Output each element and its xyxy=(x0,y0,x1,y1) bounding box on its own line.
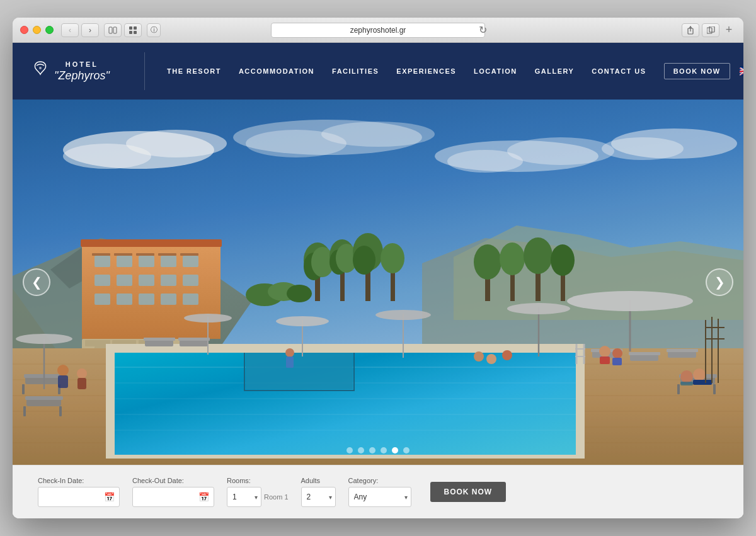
category-field: Category: Any Standard Superior Suite xyxy=(348,477,411,507)
slider-dot-1[interactable] xyxy=(358,447,364,453)
adults-select-wrap: 1 2 3 4 xyxy=(301,487,336,507)
logo-name: "Zephyros" xyxy=(54,69,110,83)
reading-view-button[interactable] xyxy=(104,23,122,37)
website-content: HOTEL "Zephyros" THE RESORT ACCOMMODATIO… xyxy=(13,43,743,518)
adults-field: Adults 1 2 3 4 xyxy=(301,477,336,507)
language-selector[interactable]: EN ▾ xyxy=(740,66,743,76)
logo-area[interactable]: HOTEL "Zephyros" xyxy=(32,52,145,90)
rooms-select-wrap-inner: 1 2 3 4 xyxy=(227,487,261,507)
svg-rect-4 xyxy=(129,31,132,34)
slider-dot-0[interactable] xyxy=(346,447,353,453)
site-header: HOTEL "Zephyros" THE RESORT ACCOMMODATIO… xyxy=(13,43,743,100)
svg-rect-2 xyxy=(129,26,132,30)
slider-next-button[interactable]: ❯ xyxy=(706,268,733,296)
nav-location[interactable]: LOCATION xyxy=(474,67,517,75)
browser-view-controls xyxy=(104,23,142,37)
checkin-field: Check-In Date: 📅 xyxy=(38,477,120,507)
share-button[interactable] xyxy=(682,23,699,37)
logo-hotel: HOTEL xyxy=(54,60,110,68)
hero-slider: ❮ ❯ xyxy=(13,100,743,465)
slider-dot-2[interactable] xyxy=(369,447,375,453)
browser-window: ‹ › ⓘ zephyroshotel.gr ↻ xyxy=(13,18,743,518)
checkin-input-wrap: 📅 xyxy=(38,487,120,507)
forward-button[interactable]: › xyxy=(81,23,99,37)
book-now-button[interactable]: BOOK NOW xyxy=(430,482,507,502)
url-bar[interactable]: zephyroshotel.gr xyxy=(271,23,485,38)
rooms-select-wrap: 1 2 3 4 Room 1 xyxy=(227,487,289,507)
slider-dot-4[interactable] xyxy=(392,447,398,453)
svg-rect-0 xyxy=(109,27,112,33)
svg-rect-3 xyxy=(134,26,137,30)
rooms-select[interactable]: 1 2 3 4 xyxy=(227,487,261,507)
main-navigation: THE RESORT ACCOMMODATION FACILITIES EXPE… xyxy=(167,63,730,79)
checkout-input-wrap: 📅 xyxy=(132,487,214,507)
hero-image xyxy=(13,100,743,465)
rooms-field: Rooms: 1 2 3 4 Room 1 xyxy=(227,477,289,507)
adults-select[interactable]: 1 2 3 4 xyxy=(301,487,336,507)
nav-experiences[interactable]: EXPERIENCES xyxy=(396,67,456,75)
url-text: zephyroshotel.gr xyxy=(350,26,406,35)
slider-prev-button[interactable]: ❮ xyxy=(23,268,50,296)
checkout-label: Check-Out Date: xyxy=(132,477,214,484)
booking-bar: Check-In Date: 📅 Check-Out Date: 📅 Rooms… xyxy=(13,465,743,518)
svg-point-10 xyxy=(39,67,42,69)
slider-dot-5[interactable] xyxy=(403,447,410,453)
browser-traffic-lights xyxy=(20,26,54,34)
slider-indicators xyxy=(346,447,410,453)
checkout-input[interactable] xyxy=(132,487,214,507)
svg-rect-1 xyxy=(113,27,117,33)
nav-accommodation[interactable]: ACCOMMODATION xyxy=(239,67,314,75)
chevron-right-icon: ❯ xyxy=(714,275,725,290)
checkout-field: Check-Out Date: 📅 xyxy=(132,477,214,507)
adults-label: Adults xyxy=(301,477,336,484)
maximize-button[interactable] xyxy=(45,26,54,34)
nav-contact-us[interactable]: CONTACT US xyxy=(592,67,646,75)
close-button[interactable] xyxy=(20,26,28,34)
svg-rect-162 xyxy=(13,100,743,465)
nav-gallery[interactable]: GALLERY xyxy=(535,67,575,75)
chevron-left-icon: ❮ xyxy=(32,275,42,290)
category-label: Category: xyxy=(348,477,411,484)
checkin-label: Check-In Date: xyxy=(38,477,120,484)
info-button[interactable]: ⓘ xyxy=(147,23,161,37)
browser-navigation: ‹ › xyxy=(61,23,99,37)
refresh-button[interactable]: ↻ xyxy=(479,24,487,36)
minimize-button[interactable] xyxy=(33,26,41,34)
rooms-label: Rooms: xyxy=(227,477,289,484)
nav-the-resort[interactable]: THE RESORT xyxy=(167,67,221,75)
category-select-wrap: Any Standard Superior Suite xyxy=(348,487,411,507)
add-tab-button[interactable]: + xyxy=(722,23,736,37)
room-sub-label: Room 1 xyxy=(264,493,289,501)
back-button[interactable]: ‹ xyxy=(61,23,79,37)
nav-facilities[interactable]: FACILITIES xyxy=(332,67,379,75)
browser-titlebar: ‹ › ⓘ zephyroshotel.gr ↻ xyxy=(13,18,743,43)
nav-book-now[interactable]: BOOK NOW xyxy=(664,63,730,79)
logo-text: HOTEL "Zephyros" xyxy=(54,60,110,83)
checkin-input[interactable] xyxy=(38,487,120,507)
new-tab-button[interactable] xyxy=(702,23,719,37)
category-select[interactable]: Any Standard Superior Suite xyxy=(348,487,411,507)
browser-right-controls: + xyxy=(682,23,736,37)
grid-view-button[interactable] xyxy=(124,23,142,37)
uk-flag-icon xyxy=(740,66,743,76)
slider-dot-3[interactable] xyxy=(381,447,387,453)
svg-rect-5 xyxy=(134,31,137,34)
